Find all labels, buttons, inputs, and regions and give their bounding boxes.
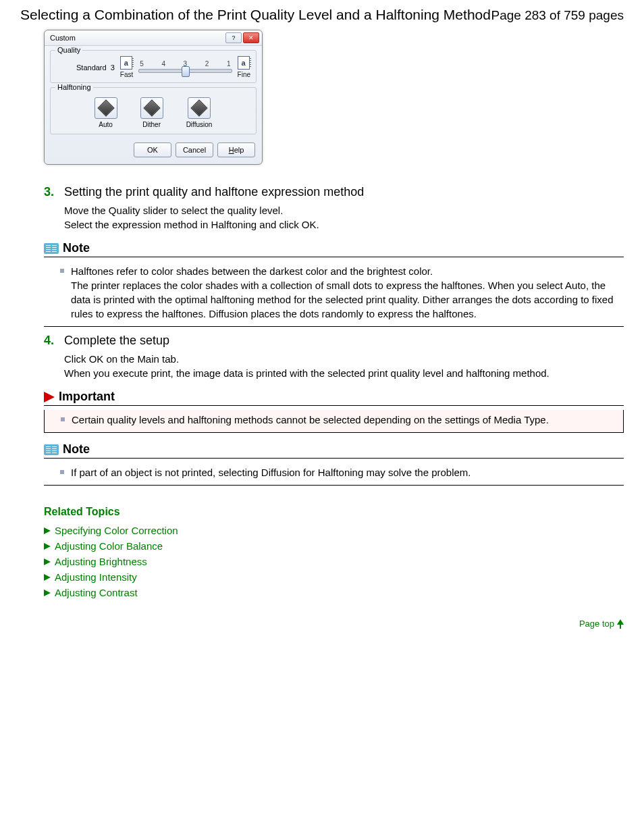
step-number: 4. <box>44 334 56 348</box>
quality-group-label: Quality <box>55 46 82 54</box>
tick: 5 <box>140 60 144 68</box>
up-arrow-icon <box>617 619 624 625</box>
related-link-item[interactable]: Adjusting Contrast <box>44 587 624 598</box>
close-window-button[interactable]: ✕ <box>243 32 259 43</box>
note-title: Note <box>63 442 90 457</box>
arrow-icon <box>44 574 51 581</box>
step-title: Complete the setup <box>64 334 169 348</box>
quality-slider[interactable]: 5 4 3 2 1 <box>138 60 232 74</box>
page-title: Selecting a Combination of the Print Qua… <box>20 7 491 23</box>
bullet-icon <box>61 417 65 421</box>
halftone-diffusion-button[interactable] <box>188 97 211 119</box>
related-link: Adjusting Brightness <box>55 556 147 567</box>
help-button[interactable]: Help <box>217 142 255 157</box>
halftone-label: Auto <box>99 121 113 128</box>
related-link: Adjusting Intensity <box>55 571 137 583</box>
tick: 4 <box>161 60 165 68</box>
slider-thumb[interactable] <box>182 66 190 77</box>
fast-label: Fast <box>120 71 133 78</box>
cube-icon <box>97 99 114 116</box>
note-text: Halftones refer to color shades between … <box>71 264 620 321</box>
related-link-item[interactable]: Adjusting Color Balance <box>44 540 624 552</box>
step-body: Move the Quality slider to select the qu… <box>64 203 624 232</box>
arrow-icon <box>44 558 51 565</box>
standard-value: 3 <box>111 63 115 72</box>
standard-label: Standard <box>76 63 107 72</box>
important-title: Important <box>59 390 115 404</box>
important-flag-icon <box>44 392 55 402</box>
related-link-item[interactable]: Specifying Color Correction <box>44 525 624 536</box>
note-icon <box>44 243 59 254</box>
halftoning-group: Halftoning Auto Dither Diffusion <box>50 87 257 134</box>
bullet-icon <box>60 269 64 273</box>
step-number: 3. <box>44 185 56 199</box>
fine-label: Fine <box>238 71 250 78</box>
step-4: 4. Complete the setup <box>44 334 624 348</box>
page-indicator: Page 283 of 759 pages <box>491 8 624 23</box>
important-text: Certain quality levels and halftoning me… <box>72 413 549 427</box>
note-icon <box>44 444 59 455</box>
cancel-button[interactable]: Cancel <box>176 142 213 157</box>
important-callout: Important Certain quality levels and hal… <box>44 390 624 433</box>
dialog-title: Custom <box>50 34 76 42</box>
note-callout: Note Halftones refer to color shades bet… <box>44 241 624 327</box>
page-header: Selecting a Combination of the Print Qua… <box>20 7 624 23</box>
tick: 2 <box>205 60 209 68</box>
halftone-label: Dither <box>142 121 161 128</box>
related-link: Specifying Color Correction <box>55 525 178 536</box>
window-controls: ? ✕ <box>225 32 259 43</box>
page-top-link[interactable]: Page top <box>44 619 624 629</box>
related-link-item[interactable]: Adjusting Brightness <box>44 556 624 567</box>
halftone-label: Diffusion <box>186 121 213 128</box>
arrow-icon <box>44 590 51 596</box>
related-link: Adjusting Contrast <box>55 587 138 598</box>
note-title: Note <box>63 241 90 255</box>
tick: 1 <box>227 60 231 68</box>
related-topics-list: Specifying Color Correction Adjusting Co… <box>44 525 624 598</box>
related-link: Adjusting Color Balance <box>55 540 163 552</box>
step-title: Setting the print quality and halftone e… <box>64 185 364 199</box>
page-top-label: Page top <box>579 619 614 629</box>
cube-icon <box>143 99 160 116</box>
cube-icon <box>190 99 207 116</box>
fine-quality-icon: a <box>238 56 250 70</box>
note-callout: Note If part of an object is not printed… <box>44 442 624 486</box>
halftone-auto-button[interactable] <box>95 97 117 119</box>
halftoning-group-label: Halftoning <box>55 83 93 91</box>
note-text: If part of an object is not printed, sel… <box>71 465 471 479</box>
halftone-dither-button[interactable] <box>140 97 163 119</box>
ok-button[interactable]: OK <box>134 142 171 157</box>
help-window-button[interactable]: ? <box>225 32 242 43</box>
bullet-icon <box>60 470 64 474</box>
related-link-item[interactable]: Adjusting Intensity <box>44 571 624 583</box>
related-topics-title: Related Topics <box>44 506 624 518</box>
quality-group: Quality Standard 3 a Fast 5 4 3 2 1 <box>50 50 257 83</box>
arrow-icon <box>44 527 51 534</box>
custom-dialog: Custom ? ✕ Quality Standard 3 a Fast 5 <box>44 30 263 165</box>
step-3: 3. Setting the print quality and halfton… <box>44 185 624 199</box>
fast-quality-icon: a <box>120 56 132 70</box>
arrow-icon <box>44 543 51 550</box>
step-body: Click OK on the Main tab. When you execu… <box>64 352 624 380</box>
dialog-titlebar: Custom ? ✕ <box>45 30 262 46</box>
